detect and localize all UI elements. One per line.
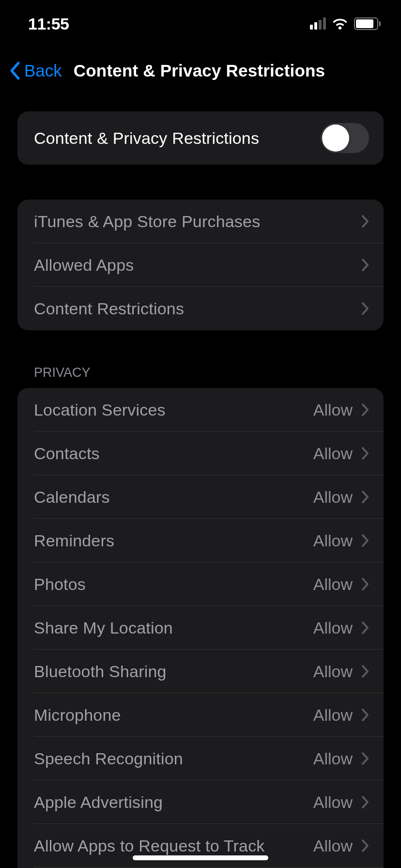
chevron-right-icon (361, 258, 369, 272)
row-value: Allow (313, 619, 353, 637)
chevron-right-icon (361, 403, 369, 417)
row-reminders[interactable]: RemindersAllow (17, 519, 384, 562)
row-allowed-apps[interactable]: Allowed Apps (17, 243, 384, 287)
privacy-header: Privacy (17, 365, 384, 388)
chevron-right-icon (361, 302, 369, 315)
chevron-right-icon (361, 577, 369, 591)
row-right: Allow (313, 619, 369, 637)
switch-knob (322, 124, 349, 152)
row-label: Speech Recognition (34, 749, 183, 768)
row-contacts[interactable]: ContactsAllow (17, 432, 384, 475)
row-right: Allow (313, 575, 369, 594)
row-value: Allow (313, 531, 353, 550)
battery-icon (354, 17, 381, 30)
chevron-right-icon (361, 708, 369, 722)
row-label: Content Restrictions (34, 299, 184, 318)
privacy-section: Privacy Location ServicesAllowContactsAl… (17, 365, 384, 868)
row-apple-advertising[interactable]: Apple AdvertisingAllow (17, 780, 384, 824)
row-label: Location Services (34, 401, 166, 419)
row-photos[interactable]: PhotosAllow (17, 562, 384, 606)
row-label: Allow Apps to Request to Track (34, 837, 265, 855)
row-bluetooth-sharing[interactable]: Bluetooth SharingAllow (17, 650, 384, 693)
row-right (361, 215, 369, 228)
chevron-right-icon (361, 534, 369, 547)
status-bar: 11:55 (0, 0, 401, 47)
row-label: Allowed Apps (34, 256, 134, 275)
row-label: Microphone (34, 706, 121, 725)
row-right: Allow (313, 793, 369, 812)
back-button[interactable]: Back (9, 61, 62, 80)
chevron-right-icon (361, 665, 369, 678)
row-value: Allow (313, 662, 353, 681)
row-allow-apps-to-request-to-track[interactable]: Allow Apps to Request to TrackAllow (17, 824, 384, 868)
row-value: Allow (313, 837, 353, 855)
chevron-right-icon (361, 215, 369, 228)
row-right (361, 302, 369, 315)
row-value: Allow (313, 706, 353, 725)
content-privacy-switch[interactable] (321, 123, 369, 153)
row-right: Allow (313, 488, 369, 507)
row-label: Photos (34, 575, 86, 594)
back-label: Back (24, 61, 62, 80)
status-icons (310, 17, 381, 30)
cellular-signal-icon (310, 18, 326, 30)
content-privacy-toggle-row[interactable]: Content & Privacy Restrictions (17, 111, 384, 165)
page-title: Content & Privacy Restrictions (74, 61, 325, 80)
row-label: Apple Advertising (34, 793, 163, 812)
row-calendars[interactable]: CalendarsAllow (17, 475, 384, 519)
row-right (361, 258, 369, 272)
row-label: iTunes & App Store Purchases (34, 212, 260, 231)
row-value: Allow (313, 749, 353, 768)
row-value: Allow (313, 488, 353, 507)
row-value: Allow (313, 401, 353, 419)
row-label: Calendars (34, 488, 110, 507)
row-speech-recognition[interactable]: Speech RecognitionAllow (17, 737, 384, 780)
row-right: Allow (313, 531, 369, 550)
navigation-bar: Back Content & Privacy Restrictions (0, 47, 401, 94)
toggle-section: Content & Privacy Restrictions (17, 111, 384, 165)
wifi-icon (332, 18, 348, 30)
chevron-right-icon (361, 490, 369, 504)
row-right: Allow (313, 837, 369, 855)
row-content-restrictions[interactable]: Content Restrictions (17, 287, 384, 330)
chevron-right-icon (361, 621, 369, 635)
status-time: 11:55 (28, 15, 69, 33)
row-value: Allow (313, 575, 353, 594)
row-share-my-location[interactable]: Share My LocationAllow (17, 606, 384, 650)
row-right: Allow (313, 662, 369, 681)
row-right: Allow (313, 749, 369, 768)
row-value: Allow (313, 793, 353, 812)
chevron-right-icon (361, 839, 369, 852)
toggle-label: Content & Privacy Restrictions (34, 129, 259, 148)
row-right: Allow (313, 706, 369, 725)
row-right: Allow (313, 444, 369, 463)
row-right: Allow (313, 401, 369, 419)
row-microphone[interactable]: MicrophoneAllow (17, 693, 384, 737)
row-label: Share My Location (34, 619, 173, 637)
chevron-right-icon (361, 752, 369, 765)
chevron-right-icon (361, 795, 369, 809)
chevron-right-icon (361, 447, 369, 460)
row-label: Contacts (34, 444, 100, 463)
row-itunes-app-store-purchases[interactable]: iTunes & App Store Purchases (17, 200, 384, 243)
general-section: iTunes & App Store PurchasesAllowed Apps… (17, 200, 384, 330)
home-indicator[interactable] (133, 855, 268, 860)
row-location-services[interactable]: Location ServicesAllow (17, 388, 384, 432)
chevron-left-icon (9, 61, 20, 80)
row-label: Reminders (34, 531, 114, 550)
row-label: Bluetooth Sharing (34, 662, 167, 681)
row-value: Allow (313, 444, 353, 463)
